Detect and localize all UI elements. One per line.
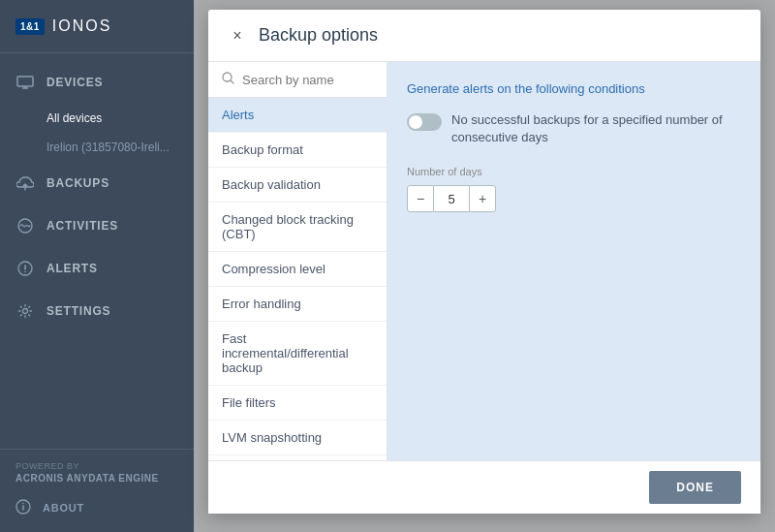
sidebar-nav: DEVICES All devices Irelion (31857080-Ir… [0,53,194,449]
about-label: ABOUT [43,502,84,514]
sidebar-item-all-devices[interactable]: All devices [0,104,194,133]
stepper: − 5 + [407,185,741,212]
left-panel: Alerts Backup format Backup validation C… [208,62,388,460]
menu-item-compression[interactable]: Compression level [208,252,387,287]
svg-point-10 [22,503,24,505]
acronis-label: ACRONIS ANYDATA ENGINE [16,473,178,484]
toggle-row: No successful backups for a specified nu… [407,111,741,146]
sidebar-item-irelion[interactable]: Irelion (31857080-Ireli... [0,133,194,162]
search-icon [222,72,234,87]
menu-item-backup-validation[interactable]: Backup validation [208,168,387,203]
close-icon: × [232,27,241,45]
sidebar-bottom: POWERED BY ACRONIS ANYDATA ENGINE ABOUT [0,449,194,532]
toggle-label: No successful backups for a specified nu… [451,111,741,146]
modal-body: Alerts Backup format Backup validation C… [208,62,760,460]
stepper-value: 5 [434,185,469,212]
toggle-switch[interactable] [407,113,442,131]
number-days-label: Number of days [407,166,741,177]
menu-item-alerts[interactable]: Alerts [208,98,387,133]
close-button[interactable]: × [228,26,247,46]
logo-badge: 1&1 [16,18,45,35]
stepper-plus-button[interactable]: + [469,185,496,212]
svg-point-7 [23,309,28,314]
done-button[interactable]: DONE [649,471,741,504]
sidebar-item-settings[interactable]: SETTINGS [0,290,194,332]
menu-item-fast-incremental[interactable]: Fast incremental/differential backup [208,322,387,386]
logo-text: IONOS [52,17,112,35]
menu-item-cbt[interactable]: Changed block tracking (CBT) [208,203,387,252]
backup-icon [16,173,35,193]
title-static: Generate alerts on the [407,81,536,96]
right-panel: Generate alerts on the following conditi… [388,62,760,460]
sidebar-item-about[interactable]: ABOUT [16,495,178,520]
search-box [208,62,387,98]
backup-options-modal: × Backup options [208,10,760,514]
svg-line-12 [231,80,233,83]
sidebar: 1&1 IONOS DEVICES All devices Irelion (3… [0,0,194,532]
about-icon [16,499,33,516]
sidebar-item-activities[interactable]: ACTIVITIES [0,204,194,247]
modal-overlay: × Backup options [194,0,775,532]
alerts-icon [16,259,35,278]
modal-header: × Backup options [208,10,760,62]
logo: 1&1 IONOS [0,0,194,53]
modal-title: Backup options [259,25,378,46]
sidebar-item-devices[interactable]: DEVICES [0,61,194,104]
title-highlight: following conditions [536,81,645,96]
menu-item-lvm[interactable]: LVM snapshotting [208,421,387,455]
sidebar-activities-label: ACTIVITIES [46,219,118,233]
page-background: × Backup options [194,0,775,532]
sidebar-backups-label: BACKUPS [46,176,109,190]
sidebar-alerts-label: ALERTS [46,262,98,275]
settings-icon [16,301,35,321]
monitor-icon [16,73,35,92]
svg-point-6 [24,271,26,273]
powered-by-label: POWERED BY [16,461,178,471]
sidebar-settings-label: SETTINGS [46,304,110,318]
sidebar-item-alerts[interactable]: ALERTS [0,247,194,290]
activities-icon [16,216,35,235]
right-panel-title: Generate alerts on the following conditi… [407,81,741,96]
svg-rect-0 [17,77,33,86]
sidebar-devices-label: DEVICES [46,76,103,89]
sidebar-item-backups[interactable]: BACKUPS [0,162,194,204]
menu-item-file-filters[interactable]: File filters [208,386,387,421]
search-input[interactable] [242,73,373,87]
menu-item-backup-format[interactable]: Backup format [208,133,387,168]
menu-item-error-handling[interactable]: Error handling [208,287,387,322]
menu-list: Alerts Backup format Backup validation C… [208,98,387,460]
modal-footer: DONE [208,460,760,514]
stepper-minus-button[interactable]: − [407,185,434,212]
